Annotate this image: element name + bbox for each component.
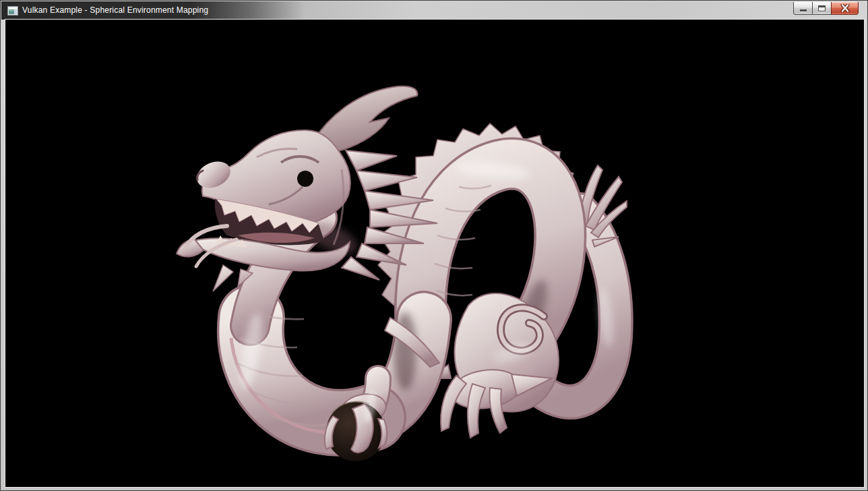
dragon-head xyxy=(177,86,437,291)
app-icon xyxy=(7,5,18,16)
title-bar[interactable]: Vulkan Example - Spherical Environment M… xyxy=(1,1,868,20)
dragon-render xyxy=(5,20,864,487)
close-button[interactable] xyxy=(831,2,859,15)
window-title: Vulkan Example - Spherical Environment M… xyxy=(22,1,208,20)
close-icon xyxy=(840,4,850,12)
maximize-icon xyxy=(818,5,826,11)
dragon-eye xyxy=(297,171,313,187)
dragon-model xyxy=(177,86,627,461)
maximize-button[interactable] xyxy=(812,2,832,15)
app-window: Vulkan Example - Spherical Environment M… xyxy=(0,0,868,491)
minimize-icon xyxy=(800,9,807,11)
caption-button-group xyxy=(793,2,859,15)
render-viewport[interactable] xyxy=(5,20,864,487)
minimize-button[interactable] xyxy=(793,2,813,15)
